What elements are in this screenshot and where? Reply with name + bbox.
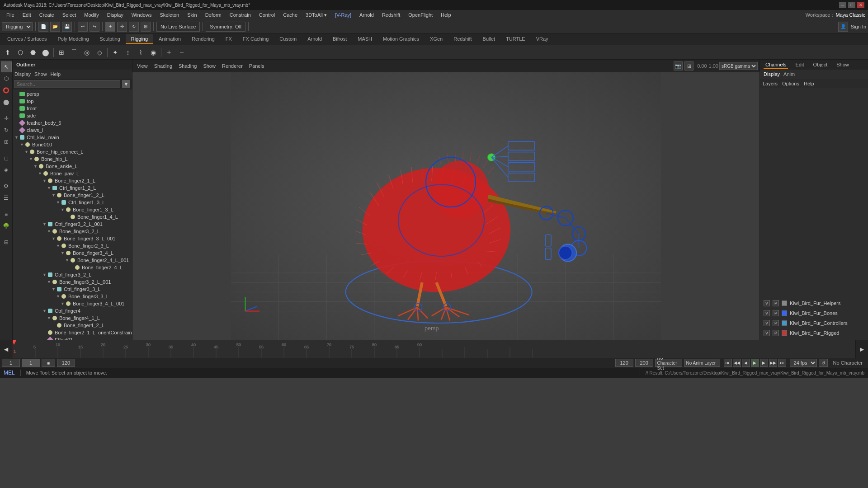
layer-p-rigged[interactable]: P (773, 330, 779, 336)
layers-menu[interactable]: Layers (763, 81, 778, 86)
maximize-btn[interactable]: □ (848, 2, 855, 8)
layer-v-controllers[interactable]: V (764, 320, 770, 326)
menu-3dtoall[interactable]: 3DToAll ▾ (302, 11, 330, 19)
prev-frame-btn[interactable]: ◀ (742, 359, 750, 367)
rotate-btn[interactable]: ↻ (129, 22, 139, 32)
menu-help[interactable]: Help (437, 11, 455, 19)
menu-openflight[interactable]: OpenFlight (405, 11, 436, 19)
workspace-name[interactable]: Maya Classic (836, 12, 865, 18)
tree-bone-finger3-3[interactable]: ▼ Bone_finger3_3_L (13, 293, 132, 300)
tree-ctrl-finger3-2-001[interactable]: ▼ Ctrl_finger3_2_L_001 (13, 221, 132, 228)
tab-redshift[interactable]: Redshift (448, 34, 477, 44)
menu-control[interactable]: Control (255, 11, 278, 19)
snap-grid-btn[interactable]: ⊞ (56, 47, 67, 58)
layer-helpers[interactable]: V P Kiwi_Bird_Fur_Helpers (762, 298, 866, 308)
start-frame-input[interactable] (2, 359, 20, 367)
vp-show-menu[interactable]: Show (200, 62, 218, 70)
joint-btn[interactable]: ✦ (109, 47, 121, 58)
tab-xgen[interactable]: XGen (425, 34, 448, 44)
options-menu[interactable]: Options (782, 81, 799, 86)
tree-bone-hip[interactable]: ▼ Bone_hip_L (13, 155, 132, 163)
undo-btn[interactable]: ↩ (78, 22, 88, 32)
tree-top[interactable]: top (13, 98, 132, 105)
outliner-tree[interactable]: persp top front side feather_body_5 (13, 89, 132, 340)
tab-fx-caching[interactable]: FX Caching (237, 34, 274, 44)
tree-bone-finger3-2-001[interactable]: ▼ Bone_finger3_2_L_001 (13, 278, 132, 286)
end-frame-input-1[interactable] (57, 359, 75, 367)
lasso-btn[interactable]: ⬡ (14, 47, 26, 58)
display-tab[interactable]: Display (764, 71, 780, 77)
tree-ctrl-kiwi-main[interactable]: ▼ Ctrl_kiwi_main (13, 134, 132, 141)
viewport[interactable]: View Shading Shading Show Renderer Panel… (132, 60, 760, 340)
layer-v-bones[interactable]: V (764, 310, 770, 316)
tree-bone-finger4-1[interactable]: ▼ Bone_finger4_1_L (13, 314, 132, 322)
move-tool-icon[interactable]: ↖ (1, 61, 12, 72)
tree-bone-paw[interactable]: ▼ Bone_paw_L (13, 170, 132, 177)
symmetry-btn[interactable]: Symmetry: Off (206, 22, 245, 32)
layer-v-rigged[interactable]: V (764, 330, 770, 336)
go-start-btn[interactable]: ⏮ (724, 359, 732, 367)
range-end-2[interactable] (635, 359, 653, 367)
tree-bone-orient-constraint[interactable]: Bone_finger2_1_L_orientConstraint (13, 329, 132, 336)
menu-create[interactable]: Create (36, 11, 58, 19)
menu-skeleton[interactable]: Skeleton (156, 11, 183, 19)
tree-bone-finger1-3[interactable]: ▼ Bone_finger1_3_L (13, 206, 132, 213)
scale-icon[interactable]: ⊞ (1, 136, 12, 147)
snap-curve-btn[interactable]: ⌒ (68, 47, 80, 58)
current-frame-input[interactable] (22, 359, 40, 367)
ik-spline-btn[interactable]: ⌇ (135, 47, 146, 58)
layer-p-helpers[interactable]: P (773, 300, 779, 306)
channel-box-icon[interactable]: ☰ (1, 192, 12, 203)
tab-sculpting[interactable]: Sculpting (94, 34, 126, 44)
vp-view-menu[interactable]: View (134, 62, 151, 70)
play-fwd-btn[interactable]: ▶ (751, 359, 759, 367)
tree-claws[interactable]: claws_l (13, 127, 132, 134)
select-btn[interactable]: ✦ (105, 22, 115, 32)
go-end-btn[interactable]: ⏭ (778, 359, 786, 367)
tab-vray[interactable]: VRay (531, 34, 554, 44)
menu-file[interactable]: File (3, 11, 18, 19)
menu-redshift[interactable]: Redshift (378, 11, 404, 19)
tree-ctrl-finger4[interactable]: ▼ Ctrl_finger4 (13, 307, 132, 314)
save-file-btn[interactable]: 💾 (62, 22, 72, 32)
menu-windows[interactable]: Windows (128, 11, 156, 19)
mel-indicator[interactable]: MEL (4, 370, 15, 376)
menu-skin[interactable]: Skin (184, 11, 200, 19)
soft-mod-icon[interactable]: ◈ (1, 164, 12, 175)
scale-btn[interactable]: ⊞ (141, 22, 151, 32)
redo-btn[interactable]: ↪ (90, 22, 99, 32)
tree-persp[interactable]: persp (13, 90, 132, 98)
channels-tab-edit[interactable]: Edit (793, 61, 806, 68)
tree-bone-finger1-4[interactable]: Bone_finger1_4_L (13, 213, 132, 221)
prev-key-btn[interactable]: ◀◀ (733, 359, 741, 367)
paint-select-btn[interactable]: ⬣ (27, 47, 39, 58)
tree-bone-finger4-2[interactable]: Bone_finger4_2_L (13, 322, 132, 329)
menu-modify[interactable]: Modify (80, 11, 102, 19)
range-end-1[interactable] (615, 359, 633, 367)
outliner-show-menu[interactable]: Show (34, 71, 47, 77)
tree-bone-finger2-3[interactable]: ▼ Bone_finger2_3_L (13, 242, 132, 249)
tree-effect01[interactable]: Effect01 (13, 336, 132, 340)
tab-custom[interactable]: Custom (274, 34, 302, 44)
tree-ctrl-finger1-2[interactable]: ▼ Ctrl_finger1_2_L (13, 184, 132, 192)
tab-motion-graphics[interactable]: Motion Graphics (377, 34, 425, 44)
translate-icon[interactable]: ✛ (1, 113, 12, 124)
layer-p-bones[interactable]: P (773, 310, 779, 316)
select-tool-icon[interactable]: ⬡ (1, 73, 12, 84)
outliner-help-menu[interactable]: Help (51, 71, 61, 77)
tree-bone-finger1-2[interactable]: ▼ Bone_finger1_2_L (13, 192, 132, 199)
tab-poly-modeling[interactable]: Poly Modeling (52, 34, 94, 44)
channels-tab-show[interactable]: Show (835, 61, 851, 68)
anim-tab[interactable]: Anim (783, 71, 795, 77)
ik-handle-btn[interactable]: ↕ (122, 47, 134, 58)
tree-bone-hip-connect[interactable]: ▼ Bone_hip_connect_L (13, 148, 132, 155)
menu-deform[interactable]: Deform (202, 11, 225, 19)
tree-bone-finger2-1[interactable]: ▼ Bone_finger2_1_L (13, 177, 132, 184)
plus-btn[interactable]: + (163, 47, 175, 58)
tree-front[interactable]: front (13, 105, 132, 112)
vp-camera-icon[interactable]: 📷 (674, 61, 683, 70)
select-icon-btn[interactable]: ⬆ (2, 47, 14, 58)
layer-editor-icon[interactable]: ⊟ (1, 237, 12, 248)
minus-btn[interactable]: − (176, 47, 188, 58)
minimize-btn[interactable]: ─ (839, 2, 846, 8)
